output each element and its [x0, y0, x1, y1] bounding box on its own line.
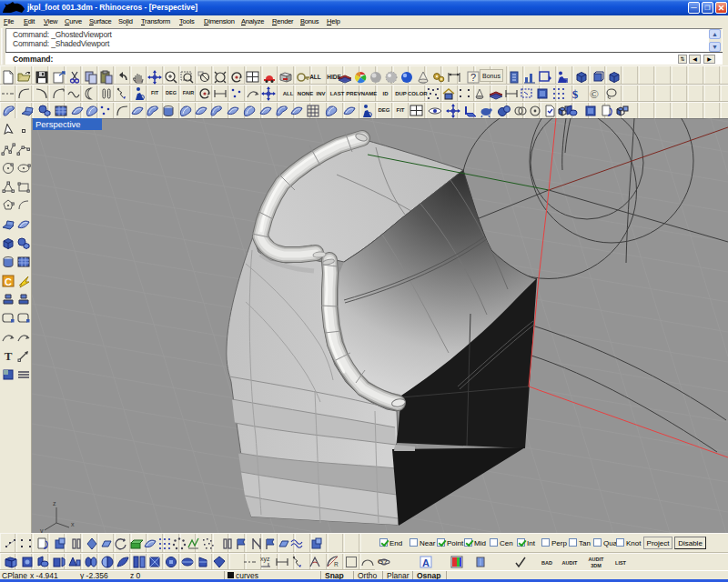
svg-text:?: ?	[470, 72, 476, 83]
svg-text:A: A	[422, 557, 430, 568]
svg-text:xyz: xyz	[260, 556, 270, 563]
svg-text:©: ©	[590, 87, 599, 101]
svg-text:T: T	[5, 349, 13, 363]
svg-text:R: R	[334, 561, 339, 567]
svg-text:z: z	[53, 500, 56, 507]
svg-text:x: x	[71, 521, 75, 527]
svg-text:$: $	[572, 87, 579, 101]
svg-text:C: C	[5, 276, 12, 287]
